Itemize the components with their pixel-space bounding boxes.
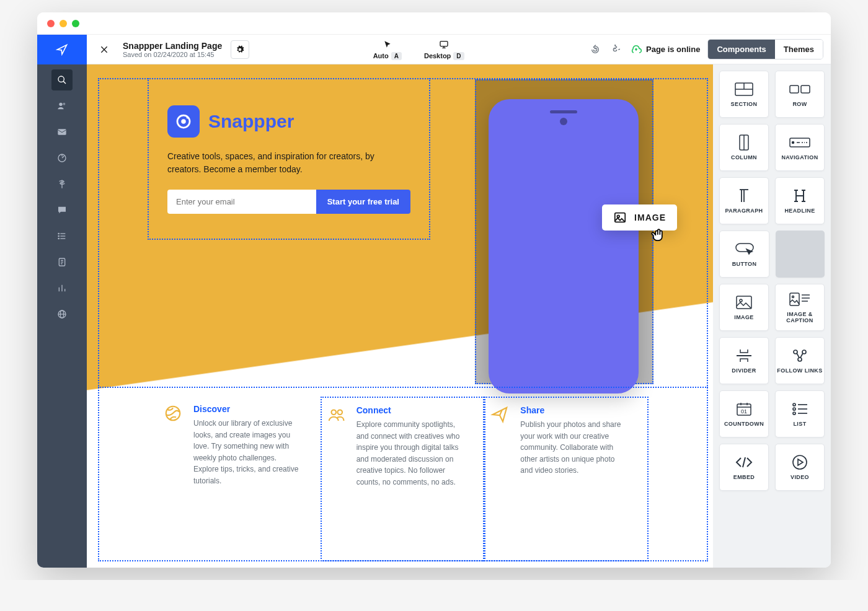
- sidebar-item-target[interactable]: [51, 147, 73, 169]
- svg-point-10: [58, 235, 59, 236]
- component-follow[interactable]: FOLLOW LINKS: [775, 337, 825, 384]
- svg-point-59: [740, 299, 742, 302]
- svg-point-0: [58, 76, 64, 82]
- image-icon: [736, 294, 752, 310]
- component-paragraph[interactable]: PARAGRAPH: [719, 177, 769, 224]
- svg-rect-4: [58, 129, 66, 134]
- sidebar-item-reports[interactable]: [51, 278, 73, 299]
- feature-discover[interactable]: DiscoverUnlock our library of exclusive …: [159, 397, 321, 561]
- people-icon: [327, 405, 347, 425]
- navigation-icon: [789, 134, 810, 151]
- window-maximize-dot[interactable]: [72, 20, 79, 27]
- image-icon: [613, 211, 627, 224]
- sidebar-item-deals[interactable]: [51, 174, 73, 195]
- component-section[interactable]: SECTION: [719, 71, 769, 118]
- drag-preview-tooltip: IMAGE: [602, 204, 677, 231]
- svg-point-2: [59, 103, 62, 106]
- page-saved: Saved on 02/24/2020 at 15:45: [123, 51, 222, 58]
- component-label: COUNTDOWN: [724, 421, 764, 427]
- svg-rect-38: [790, 86, 799, 93]
- imagecap-icon: [789, 291, 810, 307]
- embed-icon: [735, 454, 753, 470]
- undo-button[interactable]: [588, 42, 603, 57]
- section-icon: [735, 81, 753, 97]
- app-sidebar: [37, 35, 87, 568]
- redo-button[interactable]: [608, 42, 622, 57]
- svg-text:01: 01: [741, 408, 747, 415]
- component-label: VIDEO: [790, 474, 809, 480]
- send-icon: [490, 405, 510, 425]
- component-label: LIST: [793, 421, 806, 427]
- component-image[interactable]: IMAGE: [719, 284, 769, 331]
- page-status: Page is online: [630, 43, 700, 56]
- mode-desktop[interactable]: DesktopD: [424, 39, 464, 60]
- grab-cursor-icon: [650, 227, 667, 247]
- component-imagecap[interactable]: IMAGE & CAPTION: [775, 284, 825, 331]
- component-list[interactable]: LIST: [775, 390, 825, 437]
- svg-point-78: [793, 408, 795, 410]
- close-button[interactable]: [94, 40, 114, 59]
- component-label: IMAGE: [734, 314, 754, 320]
- cta-button[interactable]: Start your free trial: [316, 190, 410, 214]
- svg-point-28: [181, 119, 186, 124]
- svg-rect-60: [790, 293, 799, 306]
- component-label: EMBED: [733, 474, 755, 480]
- component-column[interactable]: COLUMN: [719, 124, 769, 171]
- window-titlebar: [37, 12, 831, 35]
- feature-connect[interactable]: ConnectExplore community spotlights, and…: [321, 397, 485, 561]
- brand-name: Snappper: [208, 111, 294, 132]
- brand-logo: [167, 105, 200, 138]
- hero-subtitle: Creative tools, spaces, and inspiration …: [167, 150, 391, 176]
- list-icon: [792, 401, 808, 417]
- component-row[interactable]: ROW: [775, 71, 825, 118]
- hero-section[interactable]: Snappper Creative tools, spaces, and ins…: [148, 78, 430, 240]
- component-countdown[interactable]: 01COUNTDOWN: [719, 390, 769, 437]
- svg-line-70: [800, 353, 803, 358]
- component-label: NAVIGATION: [781, 154, 818, 160]
- svg-rect-39: [801, 86, 810, 93]
- component-navigation[interactable]: NAVIGATION: [775, 124, 825, 171]
- tab-components[interactable]: Components: [708, 40, 774, 59]
- sidebar-item-page[interactable]: [51, 252, 73, 273]
- headline-icon: [793, 188, 807, 204]
- mode-auto[interactable]: AutoA: [373, 39, 402, 60]
- component-placeholder: [776, 231, 825, 278]
- button-icon: [735, 241, 754, 257]
- phone-mockup: [489, 99, 639, 393]
- component-video[interactable]: VIDEO: [775, 444, 825, 491]
- component-button[interactable]: BUTTON: [719, 231, 769, 278]
- video-icon: [792, 454, 808, 470]
- sidebar-item-mail[interactable]: [51, 121, 73, 143]
- cursor-icon: [383, 39, 392, 50]
- sidebar-item-contacts[interactable]: [51, 95, 73, 116]
- component-label: ROW: [792, 101, 807, 107]
- sidebar-item-list[interactable]: [51, 226, 73, 247]
- editor-toolbar: Snappper Landing Page Saved on 02/24/202…: [87, 35, 831, 64]
- window-minimize-dot[interactable]: [60, 20, 67, 27]
- svg-line-69: [797, 353, 799, 358]
- svg-point-33: [331, 410, 336, 415]
- cloud-check-icon: [630, 43, 642, 56]
- svg-point-9: [58, 233, 59, 234]
- email-input[interactable]: [167, 190, 316, 214]
- tab-themes[interactable]: Themes: [775, 40, 823, 59]
- row-icon: [789, 81, 810, 97]
- editor-canvas[interactable]: Snappper Creative tools, spaces, and ins…: [87, 64, 713, 568]
- panel-tabs: Components Themes: [707, 39, 823, 59]
- gear-icon: [236, 45, 244, 54]
- window-close-dot[interactable]: [47, 20, 55, 27]
- sidebar-item-site[interactable]: [51, 304, 73, 325]
- app-logo[interactable]: [37, 35, 87, 64]
- image-block-selected[interactable]: IMAGE: [475, 79, 653, 384]
- feature-share[interactable]: SharePublish your photos and share your …: [484, 397, 649, 561]
- paragraph-icon: [737, 188, 751, 204]
- component-label: IMAGE & CAPTION: [776, 311, 824, 324]
- sidebar-item-chat[interactable]: [51, 200, 73, 221]
- settings-button[interactable]: [231, 40, 249, 59]
- svg-point-11: [58, 238, 59, 239]
- component-divider[interactable]: DIVIDER: [719, 337, 769, 384]
- svg-point-76: [793, 403, 795, 406]
- component-embed[interactable]: EMBED: [719, 444, 769, 491]
- component-headline[interactable]: HEADLINE: [775, 177, 825, 224]
- sidebar-item-search[interactable]: [51, 69, 73, 90]
